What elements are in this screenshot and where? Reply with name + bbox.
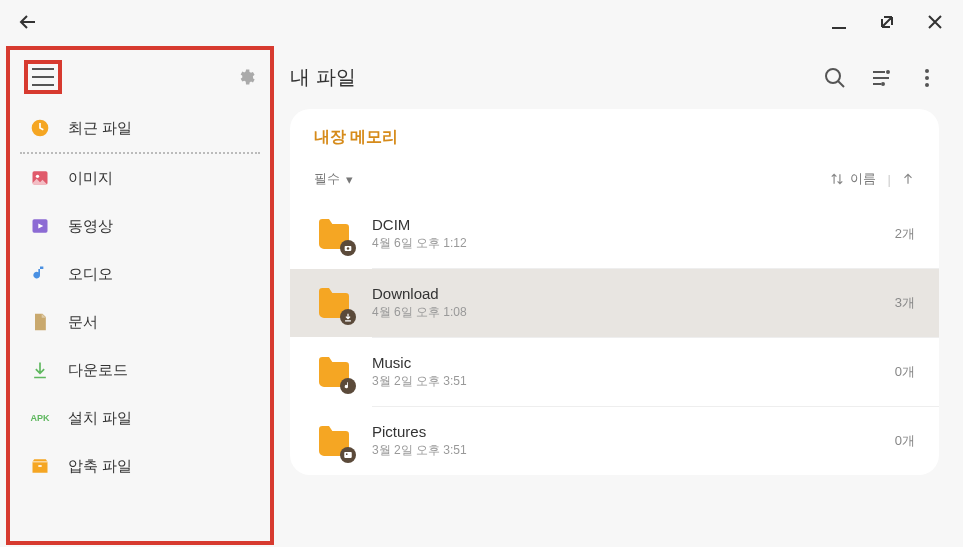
back-button[interactable] (16, 10, 40, 34)
download-badge-icon (340, 309, 356, 325)
sidebar-item-label: 동영상 (68, 217, 113, 236)
download-icon (30, 360, 50, 380)
svg-point-12 (347, 247, 350, 250)
sidebar-item-images[interactable]: 이미지 (10, 154, 270, 202)
image-badge-icon (340, 447, 356, 463)
minimize-button[interactable] (827, 10, 851, 34)
sort-icon[interactable] (830, 172, 844, 186)
view-options-button[interactable] (869, 66, 893, 90)
folder-icon (314, 283, 354, 323)
search-button[interactable] (823, 66, 847, 90)
file-meta: 4월 6일 오후 1:12 (372, 235, 895, 252)
sidebar-item-label: 다운로드 (68, 361, 128, 380)
file-count: 0개 (895, 432, 915, 450)
document-icon (30, 312, 50, 332)
file-name: Music (372, 354, 895, 371)
sort-label[interactable]: 이름 (850, 170, 876, 188)
svg-point-9 (925, 76, 929, 80)
archive-icon (30, 456, 50, 476)
storage-title: 내장 메모리 (290, 127, 939, 170)
separator: | (888, 172, 891, 187)
file-row[interactable]: DCIM 4월 6일 오후 1:12 2개 (290, 200, 939, 268)
page-title: 내 파일 (290, 64, 356, 91)
file-count: 0개 (895, 363, 915, 381)
sidebar-item-label: 오디오 (68, 265, 113, 284)
file-name: Pictures (372, 423, 895, 440)
file-count: 3개 (895, 294, 915, 312)
file-count: 2개 (895, 225, 915, 243)
sidebar-item-documents[interactable]: 문서 (10, 298, 270, 346)
video-icon (30, 216, 50, 236)
sidebar-item-videos[interactable]: 동영상 (10, 202, 270, 250)
folder-icon (314, 352, 354, 392)
file-meta: 3월 2일 오후 3:51 (372, 442, 895, 459)
file-row[interactable]: Download 4월 6일 오후 1:08 3개 (290, 269, 939, 337)
sidebar-item-label: 압축 파일 (68, 457, 132, 476)
file-name: Download (372, 285, 895, 302)
audio-icon (30, 264, 50, 284)
file-meta: 3월 2일 오후 3:51 (372, 373, 895, 390)
menu-button[interactable] (24, 60, 62, 94)
music-badge-icon (340, 378, 356, 394)
svg-rect-4 (38, 465, 41, 467)
sidebar-item-audio[interactable]: 오디오 (10, 250, 270, 298)
chevron-down-icon[interactable]: ▾ (346, 172, 353, 187)
settings-button[interactable] (236, 67, 256, 87)
sidebar-item-label: 문서 (68, 313, 98, 332)
svg-point-7 (882, 83, 884, 85)
sidebar-item-label: 이미지 (68, 169, 113, 188)
svg-point-2 (36, 175, 39, 178)
image-icon (30, 168, 50, 188)
clock-icon (30, 118, 50, 138)
file-name: DCIM (372, 216, 895, 233)
sidebar-item-archives[interactable]: 압축 파일 (10, 442, 270, 490)
sort-ascending-button[interactable] (901, 172, 915, 186)
svg-point-10 (925, 83, 929, 87)
folder-icon (314, 421, 354, 461)
file-row[interactable]: Pictures 3월 2일 오후 3:51 0개 (290, 407, 939, 475)
svg-point-8 (925, 69, 929, 73)
file-meta: 4월 6일 오후 1:08 (372, 304, 895, 321)
apk-icon: APK (30, 408, 50, 428)
maximize-button[interactable] (875, 10, 899, 34)
filter-label[interactable]: 필수 (314, 170, 340, 188)
svg-point-5 (826, 69, 840, 83)
sidebar-item-downloads[interactable]: 다운로드 (10, 346, 270, 394)
file-row[interactable]: Music 3월 2일 오후 3:51 0개 (290, 338, 939, 406)
sidebar-item-recent[interactable]: 최근 파일 (10, 104, 270, 152)
sidebar-item-apk[interactable]: APK 설치 파일 (10, 394, 270, 442)
camera-badge-icon (340, 240, 356, 256)
svg-point-6 (887, 71, 889, 73)
sidebar-item-label: 설치 파일 (68, 409, 132, 428)
hamburger-icon (32, 68, 54, 86)
svg-rect-13 (344, 452, 352, 458)
svg-point-14 (346, 453, 348, 455)
close-button[interactable] (923, 10, 947, 34)
sidebar-item-label: 최근 파일 (68, 119, 132, 138)
more-button[interactable] (915, 66, 939, 90)
folder-icon (314, 214, 354, 254)
sidebar: 최근 파일 이미지 동영상 오디오 문서 (6, 46, 274, 545)
